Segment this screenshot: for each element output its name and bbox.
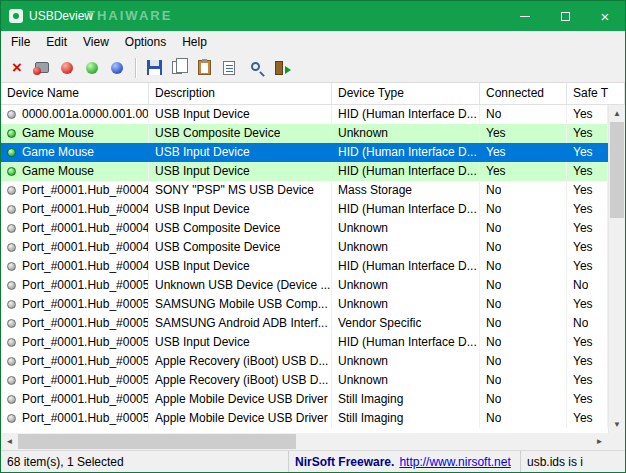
uninstall-device-icon[interactable] [30,56,54,80]
properties-icon[interactable] [217,56,241,80]
cell-device_type: Unknown [338,295,388,314]
cell-connected: No [486,409,501,428]
device-status-icon [7,224,16,233]
status-items-count: 68 item(s), 1 Selected [1,451,289,472]
device-status-icon [7,110,16,119]
column-header-safe-t[interactable]: Safe T [567,83,625,104]
cell-device_type: Unknown [338,238,388,257]
cell-safe: Yes [573,124,593,143]
vertical-scrollbar[interactable]: ▲ ▼ [608,105,625,433]
table-row[interactable]: Port_#0001.Hub_#0005Apple Mobile Device … [1,390,608,409]
red-ball-icon[interactable] [55,56,79,80]
table-row[interactable]: Port_#0001.Hub_#0004USB Composite Device… [1,238,608,257]
cell-name: Port_#0001.Hub_#0005 [22,352,148,371]
cell-device_type: Mass Storage [338,181,412,200]
menu-item-edit[interactable]: Edit [38,32,75,52]
table-row[interactable]: 0000.001a.0000.001.00...USB Input Device… [1,105,608,124]
table-row[interactable]: Game MouseUSB Composite DeviceUnknownYes… [1,124,608,143]
table-row[interactable]: Port_#0001.Hub_#0005SAMSUNG Mobile USB C… [1,295,608,314]
cell-description: USB Input Device [155,333,250,352]
table-row[interactable]: Port_#0001.Hub_#0004USB Input DeviceHID … [1,200,608,219]
cell-connected: No [486,238,501,257]
minimize-button[interactable] [505,1,545,31]
device-table-body: 0000.001a.0000.001.00...USB Input Device… [1,105,608,433]
delete-icon[interactable]: × [5,56,29,80]
scroll-right-icon[interactable]: ► [591,433,608,450]
close-icon: × [601,9,610,24]
table-row[interactable]: Port_#0001.Hub_#0005Unknown USB Device (… [1,276,608,295]
cell-connected: No [486,352,501,371]
cell-connected: No [486,105,501,124]
scroll-down-icon[interactable]: ▼ [609,416,625,433]
cell-name: Port_#0001.Hub_#0005 [22,333,148,352]
cell-name: Port_#0001.Hub_#0005 [22,314,148,333]
table-row[interactable]: Port_#0001.Hub_#0004SONY "PSP" MS USB De… [1,181,608,200]
cell-safe: No [573,276,588,295]
device-status-icon [7,319,16,328]
cell-connected: No [486,390,501,409]
cell-connected: No [486,333,501,352]
blue-ball-icon[interactable] [105,56,129,80]
cell-device_type: Unknown [338,124,388,143]
close-button[interactable]: × [585,1,625,31]
cell-name: Game Mouse [22,162,94,181]
cell-device_type: Still Imaging [338,390,403,409]
vertical-scroll-thumb[interactable] [610,122,624,218]
menu-item-view[interactable]: View [75,32,117,52]
nirsoft-url-link[interactable]: http://www.nirsoft.net [399,455,510,469]
scroll-up-icon[interactable]: ▲ [609,105,625,122]
cell-connected: Yes [486,124,506,143]
cell-description: USB Composite Device [155,238,280,257]
cell-device_type: Unknown [338,352,388,371]
cell-description: Apple Recovery (iBoot) USB D... [155,371,328,390]
column-header-description[interactable]: Description [149,83,332,104]
cell-name: Port_#0001.Hub_#0004 [22,200,148,219]
find-icon[interactable] [242,56,266,80]
device-status-icon [7,186,16,195]
table-row[interactable]: Port_#0001.Hub_#0005Apple Recovery (iBoo… [1,352,608,371]
table-row[interactable]: Game MouseUSB Input DeviceHID (Human Int… [1,162,608,181]
table-row[interactable]: Port_#0001.Hub_#0005SAMSUNG Android ADB … [1,314,608,333]
cell-connected: No [486,200,501,219]
cell-device_type: HID (Human Interface D... [338,105,477,124]
cell-description: USB Input Device [155,200,250,219]
cell-description: USB Input Device [155,105,250,124]
column-header-device-name[interactable]: Device Name [1,83,149,104]
app-icon [9,9,23,23]
toolbar: × [1,53,625,83]
menu-item-help[interactable]: Help [174,32,215,52]
table-row[interactable]: Port_#0001.Hub_#0005Apple Recovery (iBoo… [1,371,608,390]
clipboard-icon[interactable] [192,56,216,80]
minimize-icon [520,16,530,17]
save-icon[interactable] [142,56,166,80]
cell-device_type: Vendor Specific [338,314,421,333]
green-ball-icon[interactable] [80,56,104,80]
cell-device_type: HID (Human Interface D... [338,143,477,162]
maximize-button[interactable] [545,1,585,31]
table-row[interactable]: Port_#0001.Hub_#0004USB Input DeviceHID … [1,257,608,276]
usbdeview-window: USBDeview THAIWARE × FileEditViewOptions… [0,0,626,473]
menu-item-options[interactable]: Options [117,32,174,52]
scroll-left-icon[interactable]: ◄ [1,433,18,450]
cell-description: Apple Mobile Device USB Driver [155,390,328,409]
cell-connected: No [486,219,501,238]
table-row[interactable]: Game MouseUSB Input DeviceHID (Human Int… [1,143,608,162]
cell-connected: No [486,276,501,295]
column-header-connected[interactable]: Connected [480,83,567,104]
cell-description: USB Input Device [155,162,250,181]
status-usbids-text: usb.ids is i [521,451,625,472]
cell-safe: Yes [573,257,593,276]
cell-safe: Yes [573,143,593,162]
menu-item-file[interactable]: File [3,32,38,52]
title-bar[interactable]: USBDeview THAIWARE × [1,1,625,31]
table-row[interactable]: Port_#0001.Hub_#0005Apple Mobile Device … [1,409,608,428]
copy-icon[interactable] [167,56,191,80]
device-status-icon [7,205,16,214]
column-header-device-type[interactable]: Device Type [332,83,480,104]
table-row[interactable]: Port_#0001.Hub_#0004USB Composite Device… [1,219,608,238]
exit-icon[interactable] [267,56,291,80]
horizontal-scrollbar[interactable]: ◄ ► [1,433,608,450]
horizontal-scroll-thumb[interactable] [18,434,296,449]
table-row[interactable]: Port_#0001.Hub_#0005USB Input DeviceHID … [1,333,608,352]
maximize-icon [561,12,570,21]
